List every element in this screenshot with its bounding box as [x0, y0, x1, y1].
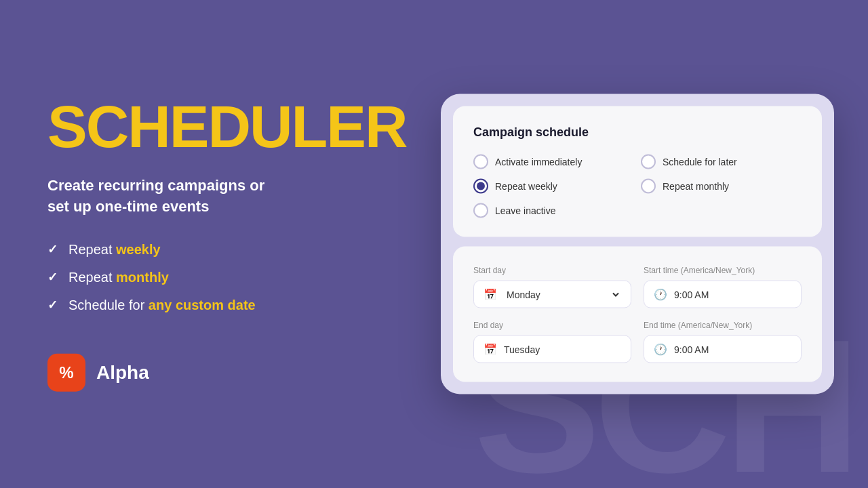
outer-card: Campaign schedule Activate immediately S…: [441, 94, 834, 394]
feature-text-weekly: Repeat weekly: [68, 241, 161, 257]
schedule-card-title: Campaign schedule: [473, 125, 802, 140]
start-time-group: Start time (America/New_York) 🕐 9:00 AM: [644, 266, 802, 308]
feature-list: ✓ Repeat weekly ✓ Repeat monthly ✓ Sched…: [47, 241, 373, 312]
start-day-input[interactable]: 📅 Monday Tuesday Wednesday Thursday Frid…: [473, 281, 631, 308]
radio-label-repeat-weekly: Repeat weekly: [495, 181, 557, 192]
end-day-label: End day: [473, 321, 631, 330]
radio-label-repeat-monthly: Repeat monthly: [663, 181, 729, 192]
check-icon-monthly: ✓: [47, 270, 58, 285]
brand-row: % Alpha: [47, 353, 373, 391]
radio-circle-repeat-weekly: [473, 179, 488, 194]
feature-text-monthly: Repeat monthly: [68, 269, 169, 285]
start-time-label: Start time (America/New_York): [644, 266, 802, 275]
timing-grid: Start day 📅 Monday Tuesday Wednesday Thu…: [473, 266, 802, 363]
feature-highlight-weekly: weekly: [116, 241, 161, 256]
radio-circle-repeat-monthly: [641, 179, 656, 194]
radio-repeat-monthly[interactable]: Repeat monthly: [641, 179, 802, 194]
radio-options-grid: Activate immediately Schedule for later …: [473, 155, 802, 218]
radio-leave-inactive[interactable]: Leave inactive: [473, 203, 634, 218]
check-icon-weekly: ✓: [47, 242, 58, 257]
feature-highlight-monthly: monthly: [116, 269, 169, 284]
left-panel: SCHEDULER Create recurring campaigns ors…: [47, 97, 373, 392]
brand-name: Alpha: [96, 361, 149, 383]
end-time-value: 9:00 AM: [674, 344, 709, 354]
right-panel: Campaign schedule Activate immediately S…: [441, 94, 834, 394]
main-title: SCHEDULER: [47, 97, 373, 157]
start-time-input[interactable]: 🕐 9:00 AM: [644, 281, 802, 308]
feature-item-custom: ✓ Schedule for any custom date: [47, 297, 373, 312]
radio-label-leave-inactive: Leave inactive: [495, 205, 556, 216]
clock-icon-start: 🕐: [654, 288, 667, 301]
end-day-input[interactable]: 📅 Tuesday: [473, 336, 631, 363]
subtitle: Create recurring campaigns orset up one-…: [47, 176, 373, 218]
end-day-group: End day 📅 Tuesday: [473, 321, 631, 363]
radio-circle-activate: [473, 155, 488, 169]
radio-label-activate: Activate immediately: [495, 157, 582, 167]
end-time-group: End time (America/New_York) 🕐 9:00 AM: [644, 321, 802, 363]
start-time-value: 9:00 AM: [674, 289, 709, 300]
radio-circle-leave-inactive: [473, 203, 488, 218]
radio-circle-schedule-later: [641, 155, 656, 169]
brand-logo: %: [47, 353, 85, 391]
start-day-label: Start day: [473, 266, 631, 275]
start-day-group: Start day 📅 Monday Tuesday Wednesday Thu…: [473, 266, 631, 308]
feature-item-monthly: ✓ Repeat monthly: [47, 269, 373, 285]
schedule-card: Campaign schedule Activate immediately S…: [453, 106, 822, 237]
feature-item-weekly: ✓ Repeat weekly: [47, 241, 373, 257]
feature-text-custom: Schedule for any custom date: [68, 297, 256, 312]
radio-schedule-later[interactable]: Schedule for later: [641, 155, 802, 169]
clock-icon-end: 🕐: [654, 343, 667, 356]
end-time-input[interactable]: 🕐 9:00 AM: [644, 336, 802, 363]
radio-activate-immediately[interactable]: Activate immediately: [473, 155, 634, 169]
check-icon-custom: ✓: [47, 298, 58, 312]
end-time-label: End time (America/New_York): [644, 321, 802, 330]
brand-logo-symbol: %: [59, 363, 73, 382]
radio-label-schedule-later: Schedule for later: [663, 157, 737, 167]
calendar-icon-end: 📅: [484, 343, 497, 356]
end-day-value: Tuesday: [504, 344, 540, 354]
calendar-icon-start: 📅: [484, 288, 497, 301]
timing-card: Start day 📅 Monday Tuesday Wednesday Thu…: [453, 247, 822, 382]
radio-repeat-weekly[interactable]: Repeat weekly: [473, 179, 634, 194]
feature-highlight-custom: any custom date: [149, 297, 256, 312]
start-day-select[interactable]: Monday Tuesday Wednesday Thursday Friday…: [504, 288, 621, 300]
